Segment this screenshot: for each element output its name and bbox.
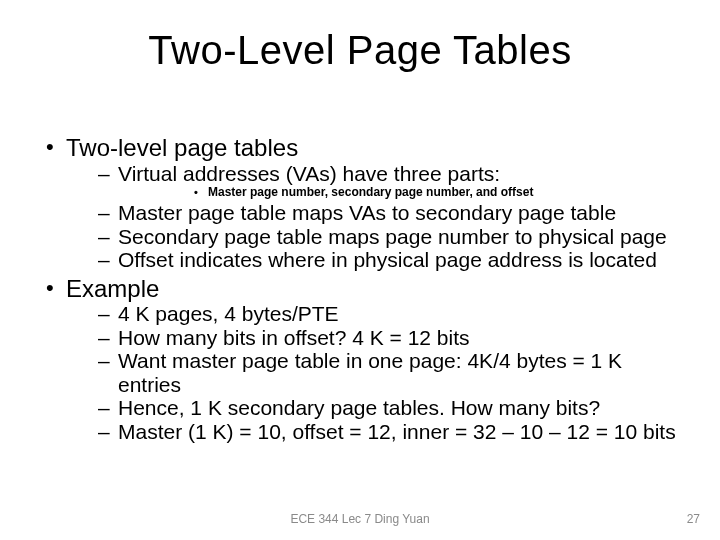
bullet-text: Two-level page tables: [66, 134, 298, 161]
bullet-list-lvl3: Master page number, secondary page numbe…: [118, 185, 680, 201]
bullet-lvl2: Offset indicates where in physical page …: [66, 248, 680, 272]
bullet-text: Secondary page table maps page number to…: [118, 225, 667, 248]
footer-center: ECE 344 Lec 7 Ding Yuan: [0, 512, 720, 526]
page-number: 27: [687, 512, 700, 526]
bullet-lvl2: Virtual addresses (VAs) have three parts…: [66, 162, 680, 201]
bullet-list-lvl1: Two-level page tables Virtual addresses …: [40, 135, 680, 444]
bullet-text: Master page table maps VAs to secondary …: [118, 201, 616, 224]
slide: Two-Level Page Tables Two-level page tab…: [0, 0, 720, 540]
bullet-text: 4 K pages, 4 bytes/PTE: [118, 302, 339, 325]
bullet-text: Want master page table in one page: 4K/4…: [118, 349, 622, 396]
bullet-list-lvl2: Virtual addresses (VAs) have three parts…: [66, 162, 680, 272]
bullet-text: Example: [66, 275, 159, 302]
bullet-lvl2: Hence, 1 K secondary page tables. How ma…: [66, 396, 680, 420]
bullet-text: Master (1 K) = 10, offset = 12, inner = …: [118, 420, 676, 443]
bullet-lvl2: Secondary page table maps page number to…: [66, 225, 680, 249]
bullet-list-lvl2: 4 K pages, 4 bytes/PTE How many bits in …: [66, 302, 680, 443]
slide-title: Two-Level Page Tables: [0, 28, 720, 73]
bullet-lvl1: Example 4 K pages, 4 bytes/PTE How many …: [40, 276, 680, 444]
bullet-lvl2: Master page table maps VAs to secondary …: [66, 201, 680, 225]
slide-body: Two-level page tables Virtual addresses …: [40, 135, 680, 448]
bullet-lvl3: Master page number, secondary page numbe…: [118, 185, 680, 201]
bullet-lvl2: Want master page table in one page: 4K/4…: [66, 349, 680, 396]
bullet-text: Master page number, secondary page numbe…: [208, 185, 533, 199]
bullet-lvl1: Two-level page tables Virtual addresses …: [40, 135, 680, 272]
bullet-lvl2: How many bits in offset? 4 K = 12 bits: [66, 326, 680, 350]
bullet-text: Offset indicates where in physical page …: [118, 248, 657, 271]
bullet-lvl2: Master (1 K) = 10, offset = 12, inner = …: [66, 420, 680, 444]
bullet-lvl2: 4 K pages, 4 bytes/PTE: [66, 302, 680, 326]
bullet-text: Virtual addresses (VAs) have three parts…: [118, 162, 500, 185]
bullet-text: How many bits in offset? 4 K = 12 bits: [118, 326, 470, 349]
bullet-text: Hence, 1 K secondary page tables. How ma…: [118, 396, 600, 419]
